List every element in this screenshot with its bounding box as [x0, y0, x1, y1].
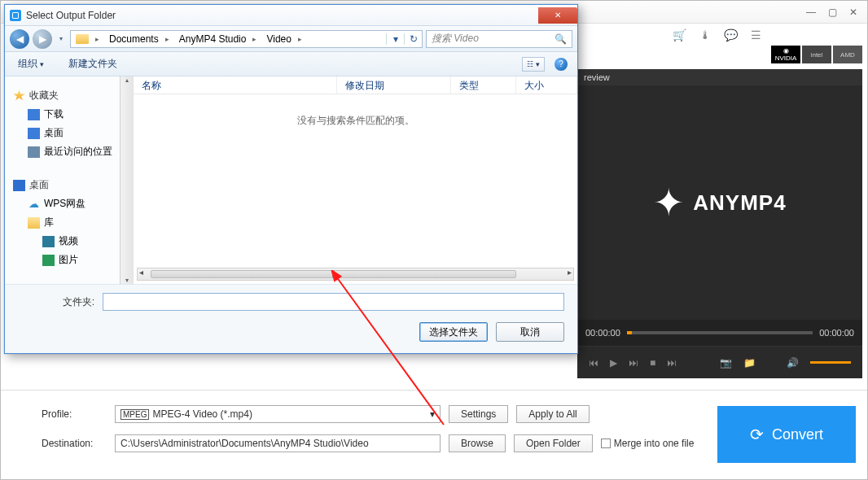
select-folder-button[interactable]: 选择文件夹	[419, 322, 488, 342]
volume-slider[interactable]	[810, 361, 851, 364]
organize-menu[interactable]: 组织	[15, 55, 47, 72]
col-size[interactable]: 大小	[516, 76, 577, 94]
nav-history-dropdown[interactable]: ▾	[55, 35, 67, 42]
tree-wps[interactable]: ☁WPS网盘	[10, 194, 133, 213]
folder-name-input[interactable]	[103, 293, 564, 311]
nav-forward-button[interactable]: ▶	[33, 29, 52, 49]
preview-panel: review ✦ ANYMP4 00:00:00 00:00:00 ⏮ ▶ ⏭ …	[577, 69, 862, 378]
new-folder-button[interactable]: 新建文件夹	[65, 55, 121, 72]
col-name[interactable]: 名称	[134, 76, 337, 94]
tree-library[interactable]: 库	[10, 213, 133, 232]
tree-desktop-group[interactable]: 桌面	[10, 176, 133, 194]
volume-icon[interactable]: 🔊	[787, 357, 799, 369]
cancel-button[interactable]: 取消	[496, 322, 564, 342]
help-icon[interactable]: ?	[555, 58, 568, 71]
dialog-titlebar: Select Output Folder ✕	[5, 5, 577, 26]
crumb-anymp4[interactable]: AnyMP4 Studio	[174, 31, 262, 47]
amd-badge: AMD	[833, 46, 862, 63]
thermometer-icon[interactable]: 🌡	[699, 28, 711, 41]
list-header: 名称 修改日期 类型 大小	[134, 76, 577, 94]
ffwd-icon[interactable]: ⏭	[629, 357, 638, 369]
search-input[interactable]: 搜索 Video 🔍	[426, 30, 572, 48]
search-icon[interactable]: 🔍	[555, 33, 567, 45]
intel-badge: intel	[802, 46, 831, 63]
dialog-toolbar: 组织 新建文件夹 ☷ ▾ ?	[5, 52, 577, 76]
convert-button[interactable]: Convert	[717, 406, 856, 463]
tree-favorites[interactable]: 收藏夹	[10, 86, 133, 105]
file-list: 名称 修改日期 类型 大小 没有与搜索条件匹配的项。	[134, 76, 577, 284]
preview-header: review	[577, 69, 862, 85]
tree-desktop[interactable]: 桌面	[10, 124, 133, 142]
nav-back-button[interactable]: ◀	[10, 29, 29, 49]
folder-field-label: 文件夹:	[18, 295, 94, 309]
app-maximize-button[interactable]	[823, 6, 841, 19]
time-elapsed: 00:00:00	[585, 328, 620, 338]
breadcrumb[interactable]: Documents AnyMP4 Studio Video ▾ ↻	[70, 30, 423, 48]
profile-label: Profile:	[42, 408, 107, 420]
refresh-icon[interactable]: ↻	[404, 33, 422, 45]
nvidia-badge: ◉NVIDIA	[771, 46, 800, 63]
select-folder-dialog: Select Output Folder ✕ ◀ ▶ ▾ Documents A…	[4, 4, 578, 354]
folder-icon	[76, 34, 89, 44]
col-date[interactable]: 修改日期	[337, 76, 451, 94]
destination-label: Destination:	[42, 438, 107, 449]
destination-field[interactable]: C:\Users\Administrator\Documents\AnyMP4 …	[115, 434, 441, 452]
browse-button[interactable]: Browse	[449, 434, 506, 452]
preview-progress: 00:00:00 00:00:00	[577, 320, 862, 346]
merge-checkbox[interactable]: Merge into one file	[601, 438, 695, 449]
search-placeholder: 搜索 Video	[432, 32, 479, 46]
time-total: 00:00:00	[819, 328, 854, 338]
app-close-button[interactable]	[844, 6, 862, 19]
view-mode-button[interactable]: ☷ ▾	[522, 57, 545, 72]
preview-body: ✦ ANYMP4	[577, 85, 862, 320]
dialog-nav: ◀ ▶ ▾ Documents AnyMP4 Studio Video ▾ ↻ …	[5, 26, 577, 52]
cart-icon[interactable]: 🛒	[673, 28, 686, 41]
tree-pictures[interactable]: 图片	[10, 251, 133, 269]
dialog-footer: 文件夹: 选择文件夹 取消	[5, 284, 577, 353]
crumb-dropdown-icon[interactable]: ▾	[386, 33, 404, 45]
tree-recent[interactable]: 最近访问的位置	[10, 142, 133, 161]
settings-button[interactable]: Settings	[449, 405, 508, 423]
app-minimize-button[interactable]	[802, 6, 820, 19]
chat-icon[interactable]: 💬	[724, 28, 738, 41]
bottom-panel: Profile: MPEGMPEG-4 Video (*.mp4) ▾ Sett…	[1, 390, 867, 479]
preview-controls: ⏮ ▶ ⏭ ■ ⏭ 📷 📁 🔊	[577, 346, 862, 378]
prev-icon[interactable]: ⏮	[589, 357, 598, 369]
play-icon[interactable]: ▶	[610, 357, 617, 369]
tree-downloads[interactable]: 下载	[10, 105, 133, 124]
horizontal-scrollbar[interactable]	[137, 268, 574, 281]
tree-videos[interactable]: 视频	[10, 232, 133, 251]
crumb-video[interactable]: Video	[261, 31, 306, 47]
empty-message: 没有与搜索条件匹配的项。	[134, 94, 577, 128]
top-toolbar-icons: 🛒 🌡 💬 ☰	[673, 28, 761, 41]
profile-combo[interactable]: MPEGMPEG-4 Video (*.mp4) ▾	[115, 405, 441, 423]
dialog-title: Select Output Folder	[26, 10, 116, 21]
stop-icon[interactable]: ■	[650, 357, 655, 369]
next-icon[interactable]: ⏭	[667, 357, 677, 369]
folder-tree: 收藏夹 下载 桌面 最近访问的位置 桌面 ☁WPS网盘 库 视频 图片	[5, 76, 134, 284]
crumb-documents[interactable]: Documents	[104, 31, 174, 47]
progress-bar[interactable]	[627, 331, 813, 334]
chevron-down-icon: ▾	[430, 408, 435, 420]
open-folder-button[interactable]: Open Folder	[514, 434, 593, 452]
tree-scrollbar[interactable]	[120, 76, 133, 284]
dialog-close-button[interactable]: ✕	[538, 7, 577, 24]
brand-flame-icon: ✦	[653, 181, 685, 225]
checkbox-icon	[601, 439, 611, 448]
snapshot-icon[interactable]: 📷	[720, 357, 732, 369]
menu-icon[interactable]: ☰	[751, 28, 761, 41]
col-type[interactable]: 类型	[451, 76, 516, 94]
folder-icon[interactable]: 📁	[743, 357, 756, 369]
vendor-badges: ◉NVIDIA intel AMD	[771, 46, 862, 63]
app-icon	[10, 10, 21, 21]
brand-text: ANYMP4	[693, 190, 786, 216]
apply-all-button[interactable]: Apply to All	[516, 405, 589, 423]
